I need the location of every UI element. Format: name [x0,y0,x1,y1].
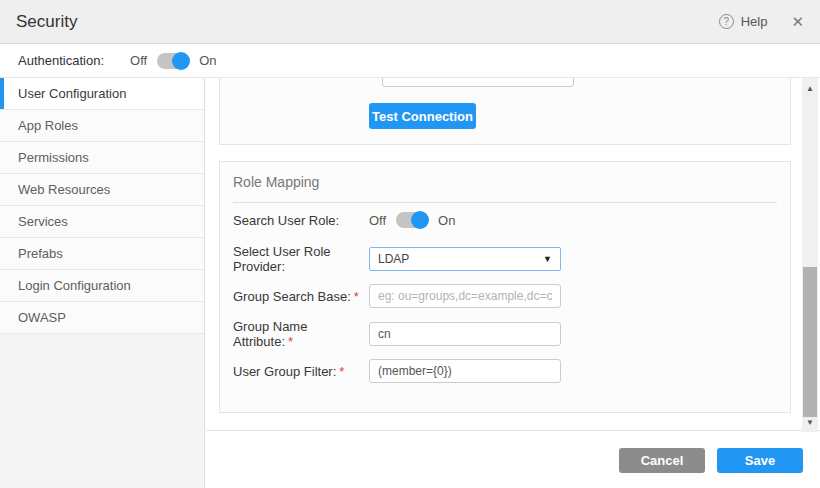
user-role-provider-select[interactable]: LDAP ▼ [369,247,561,271]
panel-divider [233,202,777,203]
authentication-off-label: Off [130,53,147,68]
sidebar-item-user-configuration[interactable]: User Configuration [0,78,204,110]
group-name-attribute-row: Group Name Attribute:* [233,322,777,346]
header: Security ? Help ✕ [0,0,820,44]
provider-label: Select User Role Provider: [233,244,369,274]
footer-divider [206,430,820,431]
help-button[interactable]: Help [741,14,768,29]
authentication-label: Authentication: [18,53,104,68]
search-user-role-toggle-group: Off On [369,212,455,228]
user-group-filter-row: User Group Filter:* [233,359,777,383]
chevron-down-icon: ▼ [543,254,552,264]
scroll-up-icon[interactable]: ▲ [802,84,818,93]
provider-selected-value: LDAP [378,252,409,266]
authentication-toggle[interactable] [157,53,189,69]
required-marker: * [288,334,293,349]
scroll-down-icon[interactable]: ▼ [802,418,818,427]
role-mapping-title: Role Mapping [233,174,319,190]
page-title: Security [16,12,77,32]
header-actions: ? Help ✕ [719,13,804,31]
user-group-filter-label: User Group Filter:* [233,364,369,379]
sidebar-item-prefabs[interactable]: Prefabs [0,238,204,270]
required-marker: * [339,364,344,379]
connection-settings-panel: Test Connection [219,78,791,145]
group-search-base-row: Group Search Base:* [233,284,777,308]
scrollbar-thumb[interactable] [803,267,817,417]
required-marker: * [354,289,359,304]
search-user-role-on-label: On [438,213,455,228]
provider-row: Select User Role Provider: LDAP ▼ [233,247,777,271]
sidebar-item-owasp[interactable]: OWASP [0,302,204,334]
group-search-base-input[interactable] [369,284,561,308]
role-mapping-panel: Role Mapping Search User Role: Off On Se… [219,161,791,413]
group-name-attribute-label: Group Name Attribute:* [233,319,369,349]
test-connection-button[interactable]: Test Connection [369,103,476,129]
authentication-bar: Authentication: Off On [0,44,820,78]
save-button[interactable]: Save [717,448,803,473]
content-area: Test Connection Role Mapping Search User… [206,78,820,488]
toggle-knob [172,52,190,70]
sidebar-item-permissions[interactable]: Permissions [0,142,204,174]
search-user-role-row: Search User Role: Off On [233,208,777,232]
help-icon[interactable]: ? [719,14,734,29]
partial-input-field[interactable] [382,78,574,87]
user-group-filter-input[interactable] [369,359,561,383]
search-user-role-toggle[interactable] [396,212,428,228]
sidebar-item-services[interactable]: Services [0,206,204,238]
sidebar: User Configuration App Roles Permissions… [0,78,205,488]
authentication-toggle-group: Off On [130,53,216,69]
cancel-button[interactable]: Cancel [619,448,705,473]
group-search-base-label: Group Search Base:* [233,289,369,304]
authentication-on-label: On [199,53,216,68]
close-icon[interactable]: ✕ [791,13,804,31]
group-name-attribute-input[interactable] [369,322,561,346]
search-user-role-off-label: Off [369,213,386,228]
sidebar-item-app-roles[interactable]: App Roles [0,110,204,142]
vertical-scrollbar[interactable]: ▲ ▼ [802,78,818,432]
sidebar-item-login-configuration[interactable]: Login Configuration [0,270,204,302]
search-user-role-label: Search User Role: [233,213,369,228]
sidebar-item-web-resources[interactable]: Web Resources [0,174,204,206]
toggle-knob [411,211,429,229]
